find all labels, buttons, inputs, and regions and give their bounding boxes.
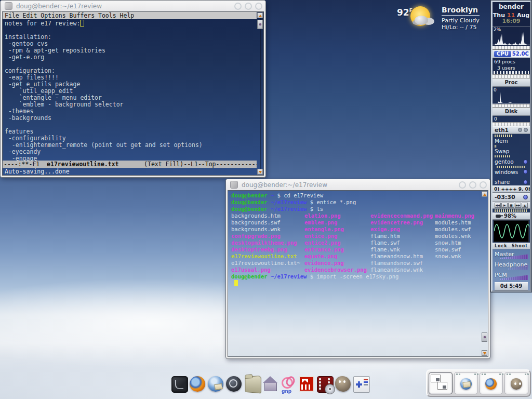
dock-icon-file-manager[interactable] bbox=[243, 375, 261, 393]
mixer-pcm[interactable]: PCM bbox=[495, 272, 528, 280]
stop-button[interactable]: ■ bbox=[508, 203, 514, 208]
terminal-scrollbar[interactable] bbox=[481, 191, 488, 356]
window-button-iconify[interactable] bbox=[459, 181, 466, 189]
mem-panel[interactable]: Mem bbox=[493, 138, 530, 144]
dock-icon-openoffice[interactable] bbox=[352, 375, 370, 393]
iconified-gimp[interactable] bbox=[504, 372, 528, 394]
next-button[interactable]: ▶▶ bbox=[515, 203, 521, 208]
play-button[interactable]: ▶ bbox=[501, 203, 508, 208]
proc-panel-button[interactable]: Proc bbox=[493, 78, 530, 87]
tx-led-icon bbox=[524, 128, 528, 132]
scrollbar-menu-button[interactable] bbox=[482, 191, 487, 197]
emacs-menubar[interactable]: File Edit Options Buffers Tools Help bbox=[3, 12, 257, 19]
mail-ticker[interactable]: 0) ++++ 9. 0b bbox=[493, 185, 530, 193]
emacs-scrollbar[interactable] bbox=[257, 12, 263, 175]
cloud-icon bbox=[415, 16, 428, 25]
scrollbar-up-button[interactable] bbox=[257, 12, 263, 18]
net-panel[interactable]: eth1 bbox=[493, 126, 530, 134]
mixer-master[interactable]: Master bbox=[495, 251, 528, 259]
window-button-iconify[interactable] bbox=[234, 3, 242, 10]
window-button-close[interactable] bbox=[480, 181, 487, 189]
window-emacs: doug@bender:~/e17review File Edit Option… bbox=[0, 0, 266, 178]
terminal-app-icon bbox=[5, 2, 12, 10]
firefox-icon bbox=[190, 376, 205, 392]
media-timer-panel[interactable]: -03:30 bbox=[493, 193, 530, 202]
emacs-buffer-name: e17reviewoutline.txt bbox=[47, 161, 118, 168]
scrollbar-down-button[interactable] bbox=[482, 350, 487, 356]
film-reel-icon bbox=[317, 376, 334, 393]
terminal-window-title: doug@bender:~/e17review bbox=[242, 181, 456, 189]
dock-icon-home[interactable] bbox=[261, 375, 279, 393]
emacs-line1: notes for e17 review: bbox=[5, 20, 256, 27]
window-terminal: doug@bender:~/e17review doug@bender ~ $ … bbox=[225, 179, 490, 359]
media-controls: ◀◀ ▶ ■ ▶▶ ▲ bbox=[493, 202, 530, 209]
pager-tile[interactable] bbox=[429, 372, 453, 394]
gkrellm-clock[interactable]: Thu 11 Aug 16:09 bbox=[493, 12, 530, 26]
proc-history-chart: 0 bbox=[493, 87, 530, 104]
net-krell-slider[interactable] bbox=[493, 122, 530, 126]
dock-icon-video-player[interactable] bbox=[316, 375, 334, 393]
ac-plug-icon bbox=[496, 215, 501, 218]
fs-panel-gentoo[interactable]: gentoo bbox=[493, 158, 530, 165]
eject-button[interactable]: ▲ bbox=[522, 203, 528, 208]
scope-buttons: Lock Shoot bbox=[493, 243, 530, 249]
mount-led-icon[interactable] bbox=[523, 169, 528, 174]
weather-condition: Partly Cloudy bbox=[442, 17, 480, 24]
dock-icon-thunderbird[interactable] bbox=[207, 375, 224, 393]
dock-icon-gimp[interactable] bbox=[334, 375, 352, 393]
fs-label-windows: windows bbox=[495, 169, 518, 175]
gimp-icon bbox=[335, 376, 351, 392]
home-icon bbox=[262, 376, 278, 392]
sound-scope[interactable] bbox=[494, 220, 529, 242]
gkrellm-hostname[interactable]: bender bbox=[493, 2, 530, 12]
iconified-firefox[interactable] bbox=[480, 372, 503, 394]
disk-krell-slider[interactable] bbox=[493, 104, 530, 108]
fs-panel-share[interactable]: share bbox=[493, 178, 530, 185]
mount-led-icon[interactable] bbox=[523, 180, 528, 184]
emacs-titlebar[interactable]: doug@bender:~/e17review bbox=[1, 1, 265, 11]
scrollbar-down-button[interactable] bbox=[257, 169, 263, 175]
dock-icon-gnp[interactable]: gnp bbox=[280, 375, 297, 393]
disk-panel-button[interactable]: Disk bbox=[493, 108, 530, 116]
prev-button[interactable]: ◀◀ bbox=[495, 203, 501, 208]
pager-window-icon[interactable] bbox=[437, 382, 447, 390]
weather-icon-area: 92F bbox=[394, 3, 442, 33]
dock-icon-mib[interactable] bbox=[298, 375, 315, 393]
thunderbird-icon bbox=[460, 378, 472, 389]
pager-window-icon[interactable] bbox=[431, 375, 441, 382]
proc-krell-slider[interactable] bbox=[493, 74, 530, 78]
window-button-maximize[interactable] bbox=[469, 181, 476, 189]
window-button-maximize[interactable] bbox=[245, 3, 252, 10]
cpu-krell-slider[interactable] bbox=[493, 46, 530, 50]
battery-meter bbox=[495, 209, 528, 212]
mount-led-icon[interactable] bbox=[523, 159, 528, 164]
media-timer: -03:30 bbox=[495, 194, 515, 201]
mixer-headphone[interactable]: Headphone bbox=[495, 261, 528, 270]
iconified-thunderbird[interactable] bbox=[454, 372, 478, 394]
emacs-buffer[interactable]: notes for e17 review: installation: -gen… bbox=[3, 19, 263, 161]
lock-button[interactable]: Lock bbox=[495, 244, 508, 248]
cpu-panel[interactable]: CPU 52.0C bbox=[493, 50, 530, 58]
weather-widget[interactable]: 92F Brooklyn Partly Cloudy Hi/Lo: -- / 7… bbox=[394, 3, 495, 33]
gkrellm-time: 16:09 bbox=[493, 19, 530, 24]
terminal-titlebar[interactable]: doug@bender:~/e17review bbox=[226, 179, 490, 190]
dock-icon-firefox[interactable] bbox=[189, 375, 206, 393]
terminal-body[interactable]: doug@bender ~ $ cd e17reviewdoug@bender … bbox=[228, 190, 488, 357]
dock-icon-nvu[interactable] bbox=[225, 375, 243, 393]
battery-panel[interactable]: 98% bbox=[493, 212, 530, 220]
window-dots-icon bbox=[507, 374, 508, 375]
scrollbar-thumb[interactable] bbox=[257, 20, 263, 29]
swap-meter bbox=[495, 145, 497, 148]
scrollbar-thumb[interactable] bbox=[482, 332, 487, 342]
fs-meter-1 bbox=[495, 155, 510, 158]
dock-icon-terminal[interactable] bbox=[170, 375, 188, 393]
fs-panel-windows[interactable]: windows bbox=[493, 168, 530, 175]
scrollbar-trough[interactable] bbox=[260, 13, 261, 174]
window-dots-icon bbox=[482, 374, 483, 375]
shoot-button[interactable]: Shoot bbox=[512, 244, 528, 248]
window-button-close[interactable] bbox=[255, 3, 262, 10]
window-dots-icon bbox=[456, 374, 458, 375]
cpu-label-button[interactable]: CPU bbox=[494, 51, 511, 57]
swap-panel[interactable]: Swap bbox=[493, 148, 530, 155]
terminal-cursor bbox=[234, 280, 238, 286]
